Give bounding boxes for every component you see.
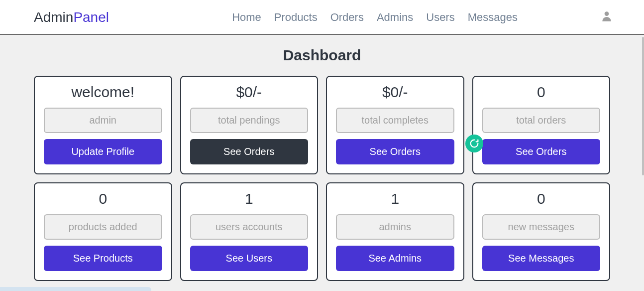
card-value: 1 [391,190,399,207]
card-value: 0 [537,190,545,207]
card-completes: $0/- total completes See Orders [326,76,464,174]
card-pendings: $0/- total pendings See Orders [180,76,319,174]
card-label: new messages [482,214,601,240]
card-products: 0 products added See Products [34,182,172,281]
nav-home[interactable]: Home [232,11,261,24]
logo[interactable]: AdminPanel [34,9,109,25]
card-label: admin [44,108,162,133]
card-value: $0/- [236,84,262,101]
grammarly-icon[interactable] [465,135,483,152]
scrollbar[interactable] [642,37,644,175]
nav-orders[interactable]: Orders [330,11,364,24]
card-admins: 1 admins See Admins [326,182,464,281]
nav-links: Home Products Orders Admins Users Messag… [232,11,518,24]
card-label: total completes [336,108,454,133]
page-title: Dashboard [0,47,644,64]
card-label: products added [44,214,162,240]
see-users-button[interactable]: See Users [190,246,309,271]
card-value: welcome! [71,84,134,101]
update-profile-button[interactable]: Update Profile [44,139,162,164]
taskbar-fragment [0,287,151,291]
card-welcome: welcome! admin Update Profile [34,76,172,174]
card-label: total pendings [190,108,309,133]
see-orders-button[interactable]: See Orders [482,139,601,164]
card-value: 0 [537,84,545,101]
nav-admins[interactable]: Admins [377,11,413,24]
see-orders-button[interactable]: See Orders [190,139,309,164]
svg-point-0 [605,11,609,16]
card-total-orders: 0 total orders See Orders [472,76,611,174]
card-users: 1 users accounts See Users [180,182,319,281]
navbar: AdminPanel Home Products Orders Admins U… [0,0,644,35]
card-value: 1 [245,190,253,207]
card-label: users accounts [190,214,309,240]
see-orders-button[interactable]: See Orders [336,139,454,164]
card-messages: 0 new messages See Messages [472,182,611,281]
see-admins-button[interactable]: See Admins [336,246,454,271]
nav-users[interactable]: Users [426,11,454,24]
see-messages-button[interactable]: See Messages [482,246,601,271]
card-label: total orders [482,108,601,133]
logo-part2: Panel [73,9,109,25]
nav-messages[interactable]: Messages [468,11,518,24]
cards-grid: welcome! admin Update Profile $0/- total… [0,76,644,281]
profile-icon[interactable] [600,10,613,23]
card-value: $0/- [382,84,408,101]
logo-part1: Admin [34,9,73,25]
see-products-button[interactable]: See Products [44,246,162,271]
card-value: 0 [99,190,107,207]
nav-products[interactable]: Products [274,11,318,24]
card-label: admins [336,214,454,240]
